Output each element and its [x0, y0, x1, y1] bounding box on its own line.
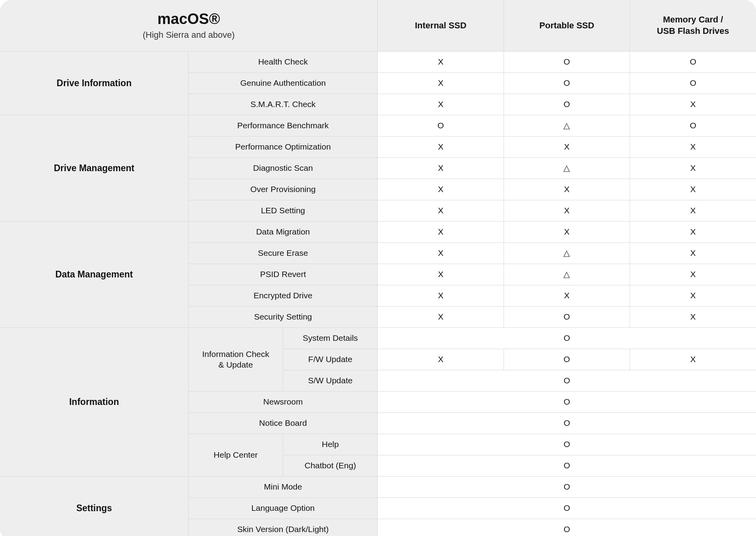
- cell-value: X: [378, 264, 504, 285]
- cell-value: O: [504, 306, 630, 327]
- cell-value: O: [504, 51, 630, 72]
- cell-value-merged: O: [378, 455, 756, 476]
- category-drive-information: Drive Information: [0, 51, 188, 115]
- feature-sys-details: System Details: [283, 327, 378, 349]
- cell-value: X: [504, 136, 630, 157]
- col-header-internal-ssd: Internal SSD: [378, 0, 504, 51]
- cell-value-merged: O: [378, 434, 756, 455]
- cell-value: X: [504, 179, 630, 200]
- cell-value: O: [378, 115, 504, 136]
- cell-value: △: [504, 115, 630, 136]
- cell-value-merged: O: [378, 391, 756, 412]
- cell-value-merged: O: [378, 412, 756, 434]
- feature-perf-opt: Performance Optimization: [188, 136, 378, 157]
- cell-value: X: [378, 94, 504, 115]
- feature-lang-option: Language Option: [188, 497, 378, 519]
- cell-value: X: [630, 200, 756, 221]
- table-row: Drive Management Performance Benchmark O…: [0, 115, 756, 136]
- col-header-memory-card: Memory Card /USB Flash Drives: [630, 0, 756, 51]
- cell-value: X: [630, 349, 756, 370]
- os-header: macOS® (High Sierra and above): [0, 0, 378, 51]
- subgroup-info-check: Information Check& Update: [188, 327, 283, 391]
- category-data-management: Data Management: [0, 221, 188, 327]
- feature-help: Help: [283, 434, 378, 455]
- cell-value: X: [630, 285, 756, 306]
- cell-value-merged: O: [378, 370, 756, 391]
- cell-value: X: [630, 242, 756, 264]
- cell-value: X: [378, 157, 504, 179]
- os-subtitle: (High Sierra and above): [143, 30, 235, 40]
- cell-value: O: [504, 72, 630, 94]
- category-settings: Settings: [0, 476, 188, 536]
- feature-sw-update: S/W Update: [283, 370, 378, 391]
- cell-value: X: [630, 306, 756, 327]
- feature-newsroom: Newsroom: [188, 391, 378, 412]
- feature-enc-drive: Encrypted Drive: [188, 285, 378, 306]
- os-name: macOS®: [0, 11, 377, 28]
- table-row: Information Information Check& Update Sy…: [0, 327, 756, 349]
- cell-value: X: [504, 200, 630, 221]
- cell-value: X: [378, 285, 504, 306]
- feature-mini-mode: Mini Mode: [188, 476, 378, 497]
- cell-value: O: [504, 349, 630, 370]
- cell-value: X: [378, 179, 504, 200]
- feature-diag-scan: Diagnostic Scan: [188, 157, 378, 179]
- cell-value: X: [504, 221, 630, 242]
- cell-value-merged: O: [378, 327, 756, 349]
- table-row: Data Management Data Migration X X X: [0, 221, 756, 242]
- cell-value: X: [630, 264, 756, 285]
- feature-secure-erase: Secure Erase: [188, 242, 378, 264]
- cell-value: X: [378, 242, 504, 264]
- feature-chatbot: Chatbot (Eng): [283, 455, 378, 476]
- cell-value: △: [504, 157, 630, 179]
- subgroup-help-center: Help Center: [188, 434, 283, 476]
- cell-value: X: [630, 179, 756, 200]
- cell-value: X: [378, 349, 504, 370]
- cell-value: △: [504, 264, 630, 285]
- cell-value: O: [630, 72, 756, 94]
- cell-value: X: [378, 72, 504, 94]
- cell-value-merged: O: [378, 476, 756, 497]
- col-header-portable-ssd: Portable SSD: [504, 0, 630, 51]
- feature-led-setting: LED Setting: [188, 200, 378, 221]
- support-matrix-table: macOS® (High Sierra and above) Internal …: [0, 0, 756, 536]
- feature-data-migration: Data Migration: [188, 221, 378, 242]
- cell-value: X: [630, 221, 756, 242]
- category-drive-management: Drive Management: [0, 115, 188, 221]
- cell-value-merged: O: [378, 497, 756, 519]
- cell-value: O: [504, 94, 630, 115]
- category-information: Information: [0, 327, 188, 476]
- feature-over-prov: Over Provisioning: [188, 179, 378, 200]
- cell-value: O: [630, 115, 756, 136]
- cell-value-merged: O: [378, 519, 756, 536]
- feature-health-check: Health Check: [188, 51, 378, 72]
- cell-value: X: [378, 51, 504, 72]
- feature-perf-benchmark: Performance Benchmark: [188, 115, 378, 136]
- feature-skin-version: Skin Version (Dark/Light): [188, 519, 378, 536]
- cell-value: X: [378, 306, 504, 327]
- feature-sec-setting: Security Setting: [188, 306, 378, 327]
- cell-value: O: [630, 51, 756, 72]
- table-header-row: macOS® (High Sierra and above) Internal …: [0, 0, 756, 51]
- feature-genuine-auth: Genuine Authentication: [188, 72, 378, 94]
- cell-value: X: [378, 136, 504, 157]
- table-row: Settings Mini Mode O: [0, 476, 756, 497]
- cell-value: X: [378, 221, 504, 242]
- table-row: Drive Information Health Check X O O: [0, 51, 756, 72]
- cell-value: X: [630, 94, 756, 115]
- cell-value: △: [504, 242, 630, 264]
- cell-value: X: [630, 136, 756, 157]
- feature-smart-check: S.M.A.R.T. Check: [188, 94, 378, 115]
- feature-notice-board: Notice Board: [188, 412, 378, 434]
- cell-value: X: [630, 157, 756, 179]
- feature-fw-update: F/W Update: [283, 349, 378, 370]
- cell-value: X: [378, 200, 504, 221]
- feature-psid-revert: PSID Revert: [188, 264, 378, 285]
- cell-value: X: [504, 285, 630, 306]
